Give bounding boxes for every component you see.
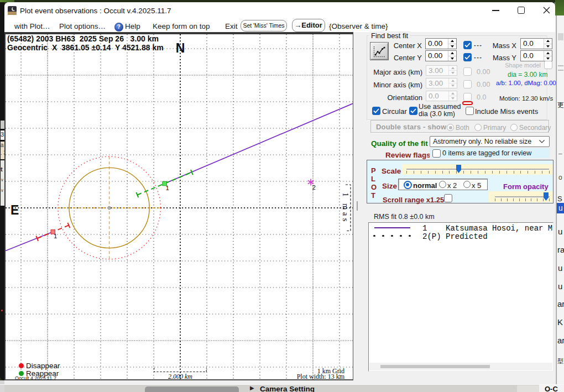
mass-x-spinner[interactable]: 0.0 — [520, 38, 552, 49]
opacity-slider[interactable] — [489, 191, 553, 202]
double-primary-label: Primary — [483, 124, 506, 132]
minimize-button[interactable] — [492, 10, 499, 11]
include-miss-checkbox[interactable] — [466, 107, 474, 115]
observation-dot — [409, 235, 411, 237]
plot-letter-l: L — [371, 175, 375, 183]
mass-y-spinner[interactable]: 0.0 — [520, 50, 552, 61]
menu-keep-on-top[interactable]: Keep form on top — [153, 21, 210, 32]
menu-plot-options[interactable]: Plot options… — [59, 21, 106, 32]
spin-down-icon[interactable] — [544, 44, 552, 49]
center-y-label: Center Y — [380, 54, 422, 62]
right-fragment-sel-text: u — [558, 203, 563, 212]
quality-dropdown[interactable]: Astrometry only. No reliable size — [430, 136, 550, 147]
major-axis-spinner: 3.00 — [426, 65, 457, 76]
center-x-checkbox[interactable] — [463, 41, 472, 49]
background-window-left: 3 a. 3 t ∨ ∨ — [0, 2, 4, 380]
right-fragment-selected-row: u — [557, 203, 564, 213]
orientation-label: Orientation — [369, 93, 422, 102]
size-normal-radio[interactable] — [404, 181, 412, 189]
spin-down-icon[interactable] — [448, 44, 456, 49]
plot-controls-panel: P L O T Scale Size normal x 2 x 5 Form o… — [367, 160, 553, 203]
spin-up-icon[interactable] — [544, 51, 552, 56]
plot-letter-o: O — [371, 183, 377, 191]
observer-time-label[interactable]: {Observer & time} — [329, 21, 388, 32]
oc-label: O-C — [545, 385, 558, 392]
center-x-spinner[interactable]: 0.00 — [425, 38, 457, 49]
set-miss-times-button[interactable]: Set 'Miss' Times — [241, 20, 287, 32]
shape-model-checkbox[interactable] — [544, 61, 552, 69]
observations-listbox[interactable]: 1 Katsumasa Hosoi, near M 2(P) Predicted — [368, 222, 553, 372]
station2-label: 2 — [312, 184, 316, 191]
spin-up-icon — [449, 66, 457, 70]
spin-down-icon[interactable] — [544, 56, 552, 61]
bottom-strip-button[interactable] — [145, 386, 239, 392]
right-fragment-o: o — [558, 174, 562, 181]
title-bar[interactable]: Plot event observations : Occult v.4.202… — [4, 2, 555, 18]
center-y-checkbox[interactable] — [463, 53, 472, 61]
shape-model-label: Shape model — [491, 62, 541, 69]
left-fragment-reddot — [1, 310, 3, 311]
north-label: N — [174, 41, 187, 56]
menu-help[interactable]: Help — [125, 21, 140, 32]
menu-with-plot[interactable]: with Plot… — [14, 21, 50, 32]
motion-note: Motion: 12.30 km/s — [499, 95, 553, 102]
predicted-track-line — [165, 103, 353, 184]
scale-slider[interactable] — [402, 164, 553, 175]
major-axis-checkbox — [463, 67, 472, 76]
plot-letter-p: P — [371, 166, 376, 175]
circular-label: Circular — [382, 107, 407, 116]
use-assumed-checkbox[interactable] — [409, 107, 417, 115]
review-flags-checkbox[interactable] — [432, 149, 441, 158]
size-normal-label: normal — [413, 181, 437, 190]
spin-up-icon — [449, 79, 457, 83]
station1-green-label: 1 — [166, 185, 169, 191]
center-y-spinner[interactable]: 0.00 — [425, 50, 457, 61]
plot-area[interactable]: (65482) 2003 BH63 2025 Sep 26 3.00 km Ge… — [4, 32, 353, 380]
dia-note: dia = 3.00 km — [508, 71, 547, 79]
help-icon[interactable]: ? — [114, 23, 123, 32]
right-fragment-line2 — [558, 70, 563, 71]
observation-row2-name[interactable]: Predicted — [446, 232, 488, 241]
size-label: Size — [382, 182, 397, 190]
editor-button[interactable]: →Editor — [292, 19, 325, 32]
review-flags-label: Review flags — [385, 151, 431, 159]
minor-axis-spinner: 3.00 — [426, 78, 457, 88]
spin-up-icon[interactable] — [448, 39, 456, 44]
orientation-checkbox — [463, 93, 472, 101]
observation-dot — [373, 235, 375, 237]
double-secondary-label: Secondary — [519, 124, 551, 132]
chevron-down-icon — [539, 140, 545, 143]
spin-up-icon[interactable] — [448, 51, 456, 56]
spin-up-icon[interactable] — [544, 39, 552, 44]
maximize-button[interactable] — [518, 7, 525, 14]
spin-down-icon — [449, 83, 457, 88]
occult-window: Plot event observations : Occult v.4.202… — [4, 2, 555, 384]
scrollbar-thumb[interactable] — [380, 365, 490, 368]
listbox-hscrollbar[interactable] — [369, 363, 552, 370]
left-fragment-gray — [1, 121, 4, 129]
opacity-slider-ticks — [495, 198, 550, 201]
plot-version-label: Occult 4.2025.11.7 — [15, 375, 56, 381]
right-fragment-line1 — [558, 65, 563, 66]
camera-setting-label[interactable]: Camera Setting — [260, 385, 315, 392]
ab-note: a/b: 1.00, dMag: 0.00 — [496, 80, 556, 86]
menu-exit[interactable]: Exit — [225, 21, 238, 32]
size-x2-radio[interactable] — [439, 181, 446, 188]
background-window-bottom: ▶ Camera Setting O-C — [0, 384, 564, 392]
double-stars-label: Double stars - show — [376, 123, 446, 131]
spin-down-icon[interactable] — [448, 56, 456, 61]
remove-miss-icon[interactable] — [462, 101, 473, 105]
right-fragment-kanji1: 更 — [557, 101, 564, 110]
size-x5-radio[interactable] — [463, 181, 471, 188]
scroll-range-checkbox[interactable] — [444, 194, 452, 202]
left-fragment-p3: . 3 — [1, 150, 4, 156]
play-icon[interactable]: ▶ — [250, 385, 254, 391]
left-fragment-t: t — [1, 166, 3, 173]
scroll-range-label: Scroll range x1.25 — [383, 196, 444, 204]
close-button[interactable] — [543, 7, 550, 14]
left-fragment-a: a — [1, 142, 4, 148]
gutter-mark — [357, 201, 358, 211]
circular-checkbox[interactable] — [372, 107, 380, 115]
disappear-legend-label: Disappear — [26, 362, 60, 370]
observation-row2-num[interactable]: 2(P) — [422, 232, 441, 241]
